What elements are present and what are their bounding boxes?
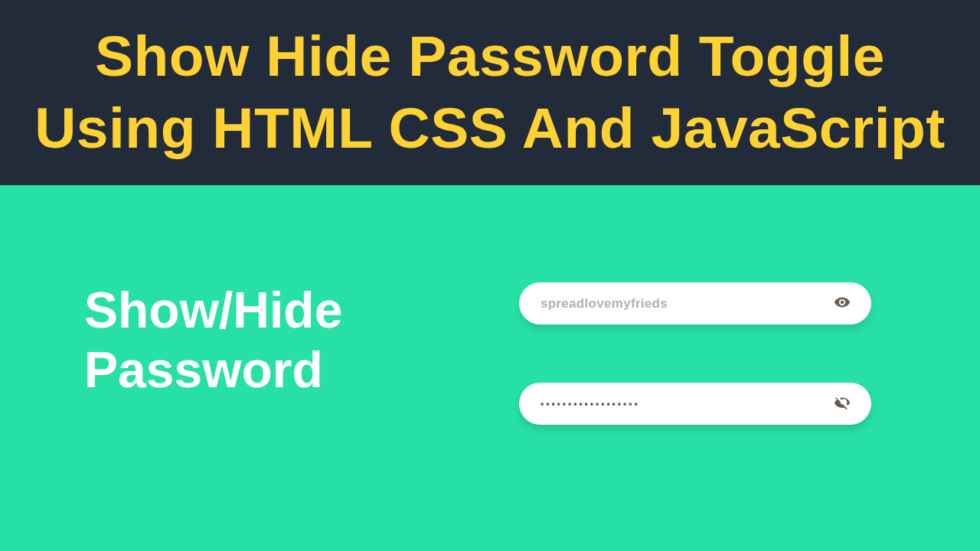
password-field-hidden: •••••••••••••••••• [519, 383, 871, 425]
title-banner: Show Hide Password Toggle Using HTML CSS… [0, 0, 980, 185]
heading-line-1: Show/Hide [84, 281, 342, 341]
password-field-visible [519, 282, 871, 324]
toggle-visibility-button[interactable] [833, 395, 851, 413]
toggle-visibility-button[interactable] [833, 295, 851, 313]
password-input-visible[interactable] [541, 296, 833, 311]
heading-line-2: Password [84, 341, 342, 400]
password-input-hidden[interactable]: •••••••••••••••••• [541, 399, 833, 409]
demo-stage: Show/Hide Password •••••••••••••••••• [0, 185, 980, 551]
page-title: Show Hide Password Toggle Using HTML CSS… [15, 21, 965, 165]
demo-heading: Show/Hide Password [84, 281, 342, 400]
eye-off-icon [834, 394, 851, 414]
eye-icon [834, 294, 851, 314]
